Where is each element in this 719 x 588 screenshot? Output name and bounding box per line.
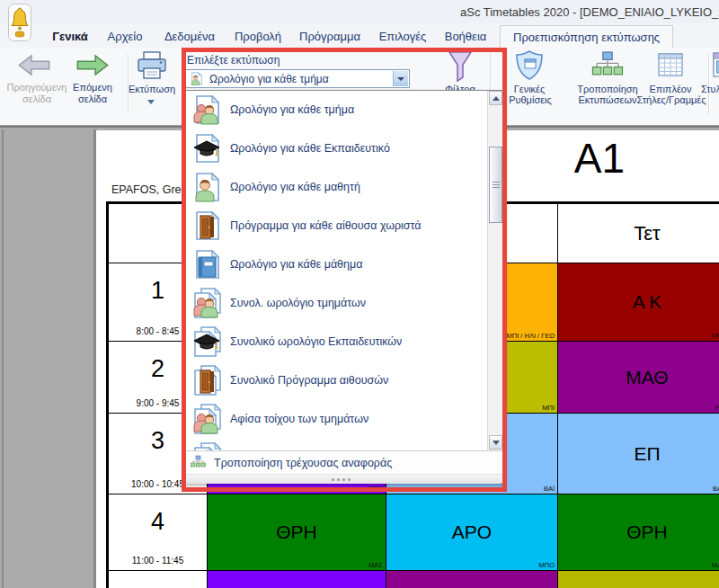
period-time: 11:00 - 11:45 xyxy=(109,556,207,566)
triangle-down-icon xyxy=(493,441,500,445)
next-page-label2: σελίδα xyxy=(61,94,124,104)
list-item-poster-classes[interactable]: Αφίσα τοίχου των τμημάτων xyxy=(183,400,502,439)
window-title: aSc Timetables 2020 - [DEMO_ENIAIO_LYKEI… xyxy=(460,5,719,20)
poster-teachers-icon xyxy=(191,442,222,450)
next-page-arrow-icon[interactable] xyxy=(75,54,110,80)
summary-classes-icon xyxy=(191,288,222,322)
tab-options[interactable]: Επιλογές xyxy=(374,27,431,47)
style-icon[interactable] xyxy=(713,51,719,82)
student-timetable-icon xyxy=(191,172,222,206)
room-timetable-icon xyxy=(191,210,222,245)
list-item-class-timetable[interactable]: Ωρολόγιο για κάθε τμήμα xyxy=(183,91,502,129)
scroll-down-button[interactable] xyxy=(489,435,502,450)
scrollbar-thumb[interactable] xyxy=(489,147,502,223)
general-settings-shield-icon[interactable] xyxy=(514,49,545,85)
print-button-icon[interactable] xyxy=(136,50,168,85)
list-item-summary-teachers[interactable]: Συνολικό ωρολόγιο Εκπαιδευτικών xyxy=(183,323,502,361)
summary-rooms-icon xyxy=(191,365,222,399)
list-item-poster-teachers[interactable]: Αφίσα τοίχου Εκπαιδευτικών xyxy=(183,439,502,450)
page-margin-line xyxy=(2,129,4,588)
lesson-cell: ΕΠ ΒΑ xyxy=(557,413,719,494)
lesson-cell xyxy=(557,570,719,588)
dropdown-resize-grip[interactable] xyxy=(183,474,502,484)
combobox-dropdown-button[interactable] xyxy=(393,71,408,86)
next-page-label: Επόμενη xyxy=(61,82,124,93)
extra-columns-label: Επιπλέον xyxy=(642,84,699,94)
printout-combobox-value: Ωρολόγιο για κάθε τμήμα xyxy=(209,73,329,85)
triangle-up-icon xyxy=(493,96,500,101)
extra-columns-label2: Στήλες/Γραμμές xyxy=(626,94,716,105)
day-header-cell: Τετ xyxy=(557,203,719,263)
school-name-note: EPAFOS, Gree xyxy=(111,183,188,196)
period-number: 4 xyxy=(109,508,207,536)
style-label: Στυλ xyxy=(701,84,719,94)
poster-classes-icon xyxy=(191,404,222,438)
extra-columns-grid-icon[interactable] xyxy=(657,51,684,82)
lesson-cell xyxy=(386,570,558,588)
day-header-label: Τετ xyxy=(558,204,719,263)
scroll-up-button[interactable] xyxy=(489,91,502,105)
lesson-cell: ΜΑΘ ΡΙ xyxy=(557,341,719,414)
printout-dropdown-panel: Ωρολόγιο για κάθε τμήμα Ωρολόγιο για κάθ… xyxy=(182,90,503,484)
previous-page-arrow-icon[interactable] xyxy=(17,54,51,80)
dropdown-scrollbar[interactable] xyxy=(487,91,502,450)
tab-data[interactable]: Δεδομένα xyxy=(158,27,221,47)
class-title: A1 xyxy=(537,134,662,183)
lesson-cell: ΘΡΗ ΜΑΣ xyxy=(207,494,386,571)
tab-view[interactable]: Προβολή xyxy=(230,27,286,47)
modify-report-icon xyxy=(191,455,206,473)
chevron-down-icon xyxy=(397,77,404,81)
thumb-grip-icon xyxy=(493,182,500,183)
tab-print-preview[interactable]: Προεπισκόπηση εκτύπωσης xyxy=(500,25,673,50)
general-settings-label: Γενικές xyxy=(493,84,565,94)
modify-printouts-icon[interactable] xyxy=(591,50,624,84)
subject-timetable-icon xyxy=(191,249,222,283)
tab-file[interactable]: Αρχείο xyxy=(101,27,149,47)
list-item-teacher-timetable[interactable]: Ωρολόγιο για κάθε Εκπαιδευτικό xyxy=(183,129,502,168)
lesson-cell: ΑΡΟ ΜΠΟ xyxy=(386,494,558,571)
title-bar: aSc Timetables 2020 - [DEMO_ENIAIO_LYKEI… xyxy=(0,0,719,23)
grip-dots-icon xyxy=(332,478,334,481)
ribbon-tab-bar: Γενικά Αρχείο Δεδομένα Προβολή Πρόγραμμα… xyxy=(0,23,719,49)
list-item-student-timetable[interactable]: Ωρολόγιο για κάθε μαθητή xyxy=(183,168,502,207)
select-printout-label: Επιλέξτε εκτύπωση xyxy=(187,54,280,67)
summary-teachers-icon xyxy=(191,326,222,361)
lesson-cell: ΘΡΗ ΜΑ xyxy=(557,494,719,571)
app-window: aSc Timetables 2020 - [DEMO_ENIAIO_LYKEI… xyxy=(0,0,719,588)
tab-help[interactable]: Βοήθεια xyxy=(440,27,491,47)
teacher-timetable-icon xyxy=(191,133,222,167)
printout-combobox[interactable]: Ωρολόγιο για κάθε τμήμα xyxy=(185,69,410,88)
lesson-cell xyxy=(207,570,386,588)
filters-icon[interactable] xyxy=(447,49,474,87)
list-item-room-timetable[interactable]: Πρόγραμμα για κάθε αίθουσα χωριστά xyxy=(183,207,502,245)
list-item-subject-timetable[interactable]: Ωρολόγιο για κάθε μάθημα xyxy=(183,245,502,284)
class-timetable-icon xyxy=(191,94,222,129)
modify-current-report-item[interactable]: Τροποποίηση τρέχουσας αναφοράς xyxy=(183,450,502,475)
asc-bell-logo-icon[interactable] xyxy=(8,4,31,41)
period-cell: 4 11:00 - 11:45 xyxy=(108,494,208,571)
print-button-label: Εκτύπωση xyxy=(124,84,180,94)
tab-general[interactable]: Γενικά xyxy=(47,27,93,47)
class-timetable-mini-icon xyxy=(190,72,203,89)
period-cell xyxy=(108,570,208,588)
printout-list: Ωρολόγιο για κάθε τμήμα Ωρολόγιο για κάθ… xyxy=(183,91,502,450)
print-dropdown-caret-icon[interactable] xyxy=(147,100,155,104)
list-item-summary-rooms[interactable]: Συνολικό Πρόγραμμα αιθουσών xyxy=(183,361,502,400)
lesson-cell: Α Κ ΜΠ xyxy=(557,263,719,342)
list-item-summary-classes[interactable]: Συνολ. ωρολόγιο τμημάτων xyxy=(183,284,502,323)
tab-timetable[interactable]: Πρόγραμμα xyxy=(295,27,365,47)
